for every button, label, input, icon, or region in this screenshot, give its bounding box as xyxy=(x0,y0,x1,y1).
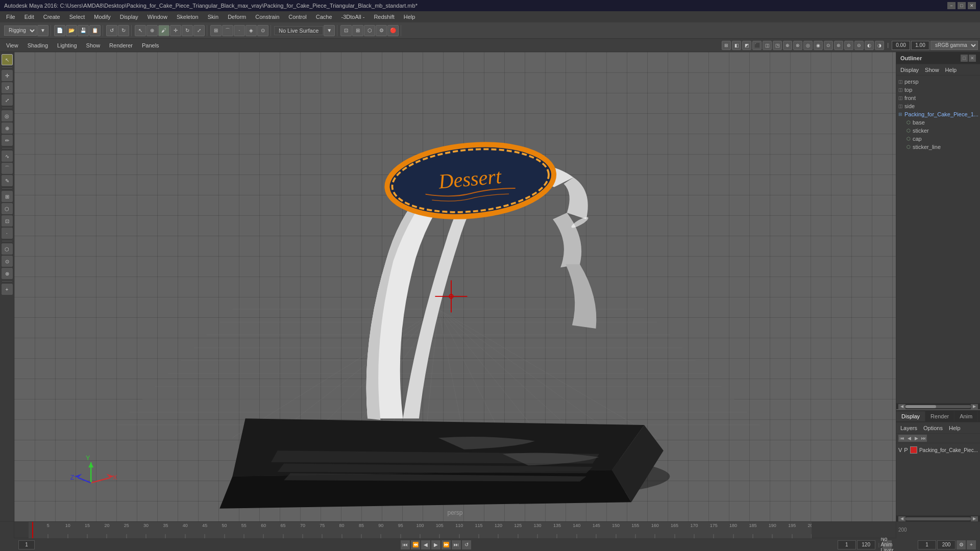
tree-item-front[interactable]: ◫ front xyxy=(896,94,980,102)
redo-btn[interactable]: ↻ xyxy=(118,25,129,36)
tb-btn-1[interactable]: ▼ xyxy=(37,25,48,36)
tree-item-top[interactable]: ◫ top xyxy=(896,86,980,94)
snap-curve-btn[interactable]: ⌒ xyxy=(222,25,233,36)
dp-nav-end[interactable]: ⏭ xyxy=(920,435,927,442)
render-seq-btn[interactable]: ⊞ xyxy=(352,25,363,36)
view-menu-lighting[interactable]: Lighting xyxy=(53,41,81,49)
rotate-tool-btn[interactable]: ↻ xyxy=(182,25,193,36)
menu-edit[interactable]: Edit xyxy=(20,13,38,21)
vt-btn-1[interactable]: ⊞ xyxy=(722,41,731,50)
menu-skeleton[interactable]: Skeleton xyxy=(173,13,203,21)
menu-deform[interactable]: Deform xyxy=(224,13,250,21)
outliner-menu-show[interactable]: Show xyxy=(923,66,941,74)
tree-item-persp[interactable]: ◫ persp xyxy=(896,78,980,86)
rotate-tool-left-btn[interactable]: ↺ xyxy=(2,82,13,93)
menu-select[interactable]: Select xyxy=(65,13,89,21)
undo-btn[interactable]: ↺ xyxy=(106,25,117,36)
step-fwd-btn[interactable]: ⏩ xyxy=(442,540,451,549)
outliner-float-btn[interactable]: □ xyxy=(961,55,968,62)
vt-btn-10[interactable]: ◉ xyxy=(814,41,823,50)
vt-btn-11[interactable]: ⊙ xyxy=(824,41,833,50)
mode-select[interactable]: Rigging xyxy=(4,26,37,36)
move-tool-btn[interactable]: ✛ xyxy=(170,25,181,36)
menu-window[interactable]: Window xyxy=(143,13,172,21)
save-as-btn[interactable]: 📋 xyxy=(89,25,101,36)
select-tool-btn[interactable]: ↖ xyxy=(135,25,146,36)
paint-sel-btn[interactable]: 🖌 xyxy=(158,25,169,36)
view-menu-show[interactable]: Show xyxy=(82,41,105,49)
range-end-input[interactable] xyxy=(857,540,875,549)
lasso-tool-btn[interactable]: ⊕ xyxy=(146,25,158,36)
menu-display[interactable]: Display xyxy=(116,13,142,21)
loop-btn[interactable]: ↺ xyxy=(462,540,471,549)
vt-btn-6[interactable]: ◳ xyxy=(773,41,782,50)
dp-nav-fwd[interactable]: ▶ xyxy=(913,435,920,442)
curve-ep-btn[interactable]: ∿ xyxy=(2,151,13,162)
outliner-scrollbar[interactable]: ◀ ▶ xyxy=(896,403,980,409)
left-extra-btn-2[interactable]: ⊙ xyxy=(2,256,13,267)
paint-left-btn[interactable]: ✏ xyxy=(2,135,13,146)
vt-btn-16[interactable]: ◑ xyxy=(875,41,884,50)
render-frame-btn[interactable]: ⊡ xyxy=(340,25,352,36)
no-live-surface-btn[interactable]: No Live Surface xyxy=(274,26,323,35)
anim-layer-btn[interactable]: No Anim Layer xyxy=(883,540,892,549)
tree-item-sticker-line[interactable]: ⬡ sticker_line xyxy=(896,143,980,151)
show-transform-btn[interactable]: ⬡ xyxy=(2,203,13,214)
tree-item-cap[interactable]: ⬡ cap xyxy=(896,135,980,143)
vt-btn-2[interactable]: ◧ xyxy=(732,41,741,50)
dp-nav-back[interactable]: ◀ xyxy=(905,435,913,442)
snap-view-btn[interactable]: ⊙ xyxy=(257,25,268,36)
snap-grid-btn[interactable]: ⊞ xyxy=(210,25,222,36)
view-menu-panels[interactable]: Panels xyxy=(138,41,163,49)
live-surface-extra-btn[interactable]: ▼ xyxy=(324,25,335,36)
left-extra-btn-3[interactable]: ⊗ xyxy=(2,268,13,279)
vt-btn-3[interactable]: ◩ xyxy=(742,41,751,50)
menu-create[interactable]: Create xyxy=(39,13,64,21)
dp-menu-layers[interactable]: Layers xyxy=(898,424,919,432)
scale-tool-btn[interactable]: ⤢ xyxy=(193,25,205,36)
dp-scroll-left[interactable]: ◀ xyxy=(898,516,905,521)
dp-scroll-right[interactable]: ▶ xyxy=(971,516,978,521)
char-set-settings-btn[interactable]: ⚙ xyxy=(957,540,966,549)
vt-btn-12[interactable]: ⊛ xyxy=(834,41,843,50)
play-fwd-btn[interactable]: ▶ xyxy=(431,540,440,549)
anim-end-input[interactable] xyxy=(937,540,955,549)
dp-tab-anim[interactable]: Anim xyxy=(954,411,978,421)
menu-3dtoall[interactable]: -3DtoAll - xyxy=(337,13,369,21)
dp-tab-render[interactable]: Render xyxy=(925,411,954,421)
outliner-menu-help[interactable]: Help xyxy=(943,66,959,74)
outliner-scroll-left[interactable]: ◀ xyxy=(898,404,905,409)
step-back-btn[interactable]: ⏪ xyxy=(411,540,420,549)
tree-item-base[interactable]: ⬡ base xyxy=(896,118,980,127)
menu-cache[interactable]: Cache xyxy=(312,13,336,21)
open-scene-btn[interactable]: 📂 xyxy=(66,25,77,36)
range-start-input[interactable] xyxy=(838,540,856,549)
menu-redshift[interactable]: Redshift xyxy=(370,13,398,21)
select-tool-left-btn[interactable]: ↖ xyxy=(2,54,13,65)
snap-surface-btn[interactable]: ◈ xyxy=(246,25,257,36)
current-frame-input[interactable] xyxy=(18,540,35,549)
outliner-close-btn[interactable]: ✕ xyxy=(969,55,976,62)
minimize-button[interactable]: − xyxy=(947,2,955,9)
anim-start-input[interactable] xyxy=(918,540,936,549)
move-tool-left-btn[interactable]: ✛ xyxy=(2,70,13,81)
view-menu-shading[interactable]: Shading xyxy=(23,41,52,49)
maximize-button[interactable]: □ xyxy=(958,2,966,9)
vt-btn-7[interactable]: ⊕ xyxy=(783,41,792,50)
new-scene-btn[interactable]: 📄 xyxy=(54,25,65,36)
vt-btn-8[interactable]: ⊗ xyxy=(793,41,802,50)
vt-btn-4[interactable]: ⬛ xyxy=(752,41,762,50)
show-manip-btn[interactable]: ⊞ xyxy=(2,191,13,202)
color-mode-select[interactable]: sRGB gamma xyxy=(930,41,978,50)
dp-layer-color[interactable] xyxy=(910,446,917,454)
view-menu-view[interactable]: View xyxy=(2,41,22,49)
vt-btn-13[interactable]: ⊜ xyxy=(844,41,853,50)
render-settings-btn[interactable]: ⚙ xyxy=(376,25,387,36)
char-set-extra-btn[interactable]: + xyxy=(967,540,976,549)
menu-help[interactable]: Help xyxy=(400,13,420,21)
snap-point-btn[interactable]: · xyxy=(234,25,245,36)
exposure-input[interactable] xyxy=(892,41,910,50)
vt-btn-5[interactable]: ◫ xyxy=(763,41,772,50)
gamma-input[interactable] xyxy=(911,41,929,50)
left-extra-btn-1[interactable]: ⬡ xyxy=(2,243,13,255)
